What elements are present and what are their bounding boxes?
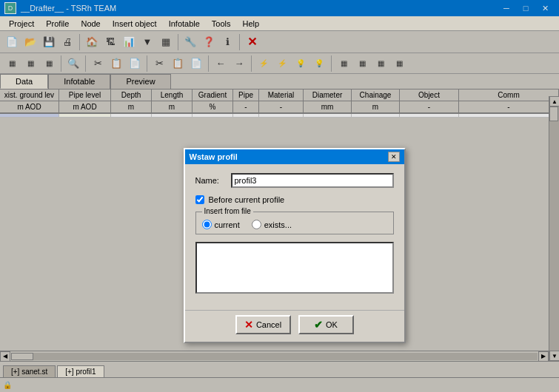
radio-row: current exists... (202, 220, 387, 229)
ok-icon: ✔ (314, 319, 323, 331)
name-label: Name: (195, 176, 225, 185)
insert-profile-modal: Wstaw profil ✕ Name: Before current prof… (184, 148, 406, 343)
modal-checkbox-row: Before current profile (195, 195, 394, 204)
modal-footer: ✕ Cancel ✔ OK (185, 310, 404, 342)
group-title: Insert from file (202, 207, 253, 215)
before-current-checkbox[interactable] (195, 195, 204, 204)
modal-name-row: Name: (195, 173, 394, 188)
ok-label: OK (326, 320, 338, 329)
modal-body: Name: Before current profile Insert from… (185, 164, 404, 310)
before-current-label: Before current profile (209, 195, 285, 204)
insert-from-file-group: Insert from file current exists... (195, 212, 394, 234)
radio-current: current (202, 220, 240, 229)
radio-exists: exists... (252, 220, 292, 229)
radio-exists-label: exists... (264, 220, 292, 229)
radio-exists-input[interactable] (252, 220, 261, 229)
modal-title: Wstaw profil (190, 152, 238, 161)
name-input[interactable] (231, 173, 394, 188)
radio-current-input[interactable] (202, 220, 212, 229)
modal-close-button[interactable]: ✕ (388, 152, 400, 162)
ok-button[interactable]: ✔ OK (298, 315, 354, 334)
cancel-button[interactable]: ✕ Cancel (235, 315, 291, 334)
modal-overlay: Wstaw profil ✕ Name: Before current prof… (0, 0, 559, 392)
modal-title-bar: Wstaw profil ✕ (185, 149, 404, 164)
cancel-label: Cancel (256, 320, 281, 329)
modal-textarea[interactable] (195, 242, 394, 294)
cancel-icon: ✕ (244, 319, 253, 331)
radio-current-label: current (215, 220, 240, 229)
